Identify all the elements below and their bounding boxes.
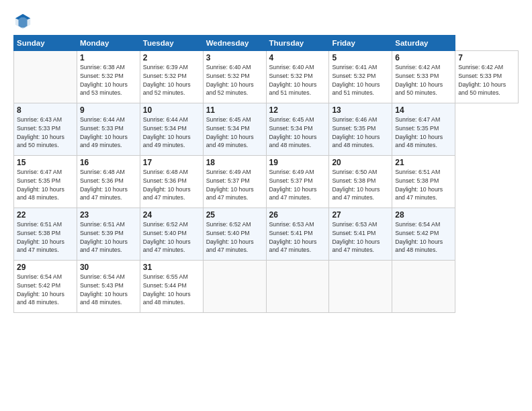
day-number: 30 bbox=[80, 263, 137, 272]
day-number: 3 bbox=[206, 53, 263, 62]
day-number: 16 bbox=[80, 158, 137, 167]
calendar-cell: 15Sunrise: 6:47 AMSunset: 5:35 PMDayligh… bbox=[14, 156, 77, 208]
day-number: 12 bbox=[269, 105, 326, 115]
day-number: 7 bbox=[458, 53, 515, 62]
calendar-cell: 4Sunrise: 6:40 AMSunset: 5:32 PMDaylight… bbox=[266, 51, 329, 103]
header-cell-monday: Monday bbox=[77, 36, 140, 51]
calendar-cell: 10Sunrise: 6:44 AMSunset: 5:34 PMDayligh… bbox=[140, 103, 203, 156]
day-detail: Sunrise: 6:47 AMSunset: 5:35 PMDaylight:… bbox=[17, 169, 64, 201]
day-number: 4 bbox=[269, 53, 326, 62]
day-detail: Sunrise: 6:38 AMSunset: 5:32 PMDaylight:… bbox=[80, 64, 128, 96]
calendar-cell: 2Sunrise: 6:39 AMSunset: 5:32 PMDaylight… bbox=[140, 51, 203, 103]
calendar-cell: 16Sunrise: 6:48 AMSunset: 5:36 PMDayligh… bbox=[77, 156, 140, 208]
day-detail: Sunrise: 6:48 AMSunset: 5:36 PMDaylight:… bbox=[80, 169, 128, 201]
day-detail: Sunrise: 6:53 AMSunset: 5:41 PMDaylight:… bbox=[269, 221, 317, 253]
week-row-3: 22Sunrise: 6:51 AMSunset: 5:38 PMDayligh… bbox=[14, 208, 519, 261]
calendar-cell bbox=[329, 261, 392, 313]
header-cell-tuesday: Tuesday bbox=[140, 36, 203, 51]
day-number: 14 bbox=[395, 105, 452, 115]
day-detail: Sunrise: 6:54 AMSunset: 5:43 PMDaylight:… bbox=[80, 273, 128, 306]
day-detail: Sunrise: 6:42 AMSunset: 5:33 PMDaylight:… bbox=[458, 64, 506, 96]
calendar-cell: 22Sunrise: 6:51 AMSunset: 5:38 PMDayligh… bbox=[14, 208, 77, 261]
calendar-cell bbox=[14, 51, 77, 103]
day-number: 8 bbox=[17, 105, 74, 115]
day-number: 5 bbox=[332, 53, 389, 62]
header-row: SundayMondayTuesdayWednesdayThursdayFrid… bbox=[14, 36, 519, 51]
day-detail: Sunrise: 6:44 AMSunset: 5:33 PMDaylight:… bbox=[80, 116, 128, 148]
calendar-cell: 25Sunrise: 6:52 AMSunset: 5:40 PMDayligh… bbox=[203, 208, 266, 261]
day-detail: Sunrise: 6:44 AMSunset: 5:34 PMDaylight:… bbox=[143, 116, 191, 148]
day-detail: Sunrise: 6:49 AMSunset: 5:37 PMDaylight:… bbox=[269, 169, 317, 201]
calendar-cell: 13Sunrise: 6:46 AMSunset: 5:35 PMDayligh… bbox=[329, 103, 392, 156]
calendar-cell: 7Sunrise: 6:42 AMSunset: 5:33 PMDaylight… bbox=[455, 51, 519, 103]
day-detail: Sunrise: 6:40 AMSunset: 5:32 PMDaylight:… bbox=[269, 64, 317, 96]
day-detail: Sunrise: 6:45 AMSunset: 5:34 PMDaylight:… bbox=[206, 116, 254, 148]
day-number: 24 bbox=[143, 210, 200, 220]
logo bbox=[13, 12, 35, 31]
day-number: 21 bbox=[395, 158, 452, 167]
calendar-cell: 9Sunrise: 6:44 AMSunset: 5:33 PMDaylight… bbox=[77, 103, 140, 156]
day-detail: Sunrise: 6:50 AMSunset: 5:38 PMDaylight:… bbox=[332, 169, 380, 201]
calendar-cell: 30Sunrise: 6:54 AMSunset: 5:43 PMDayligh… bbox=[77, 261, 140, 313]
day-number: 17 bbox=[143, 158, 200, 167]
day-detail: Sunrise: 6:42 AMSunset: 5:33 PMDaylight:… bbox=[395, 64, 443, 96]
calendar-cell: 31Sunrise: 6:55 AMSunset: 5:44 PMDayligh… bbox=[140, 261, 203, 313]
header-cell-thursday: Thursday bbox=[266, 36, 329, 51]
calendar-cell: 17Sunrise: 6:48 AMSunset: 5:36 PMDayligh… bbox=[140, 156, 203, 208]
day-detail: Sunrise: 6:54 AMSunset: 5:42 PMDaylight:… bbox=[395, 221, 443, 253]
calendar-cell: 3Sunrise: 6:40 AMSunset: 5:32 PMDaylight… bbox=[203, 51, 266, 103]
day-number: 6 bbox=[395, 53, 452, 62]
calendar-header: SundayMondayTuesdayWednesdayThursdayFrid… bbox=[14, 36, 519, 51]
calendar-cell bbox=[266, 261, 329, 313]
calendar-cell: 14Sunrise: 6:47 AMSunset: 5:35 PMDayligh… bbox=[392, 103, 455, 156]
calendar-cell: 21Sunrise: 6:51 AMSunset: 5:38 PMDayligh… bbox=[392, 156, 455, 208]
calendar-cell: 19Sunrise: 6:49 AMSunset: 5:37 PMDayligh… bbox=[266, 156, 329, 208]
day-number: 27 bbox=[332, 210, 389, 220]
calendar-cell: 26Sunrise: 6:53 AMSunset: 5:41 PMDayligh… bbox=[266, 208, 329, 261]
calendar-cell: 11Sunrise: 6:45 AMSunset: 5:34 PMDayligh… bbox=[203, 103, 266, 156]
day-number: 25 bbox=[206, 210, 263, 220]
day-number: 18 bbox=[206, 158, 263, 167]
day-number: 13 bbox=[332, 105, 389, 115]
day-number: 9 bbox=[80, 105, 137, 115]
day-detail: Sunrise: 6:51 AMSunset: 5:38 PMDaylight:… bbox=[17, 221, 64, 253]
day-number: 26 bbox=[269, 210, 326, 220]
calendar-cell: 1Sunrise: 6:38 AMSunset: 5:32 PMDaylight… bbox=[77, 51, 140, 103]
calendar-cell: 5Sunrise: 6:41 AMSunset: 5:32 PMDaylight… bbox=[329, 51, 392, 103]
day-number: 15 bbox=[17, 158, 74, 167]
day-detail: Sunrise: 6:41 AMSunset: 5:32 PMDaylight:… bbox=[332, 64, 380, 96]
week-row-2: 15Sunrise: 6:47 AMSunset: 5:35 PMDayligh… bbox=[14, 156, 519, 208]
day-detail: Sunrise: 6:47 AMSunset: 5:35 PMDaylight:… bbox=[395, 116, 443, 148]
day-number: 28 bbox=[395, 210, 452, 220]
calendar-cell: 6Sunrise: 6:42 AMSunset: 5:33 PMDaylight… bbox=[392, 51, 455, 103]
day-detail: Sunrise: 6:39 AMSunset: 5:32 PMDaylight:… bbox=[143, 64, 191, 96]
header-cell-sunday: Sunday bbox=[14, 36, 77, 51]
calendar-cell: 29Sunrise: 6:54 AMSunset: 5:42 PMDayligh… bbox=[14, 261, 77, 313]
calendar-cell: 12Sunrise: 6:45 AMSunset: 5:34 PMDayligh… bbox=[266, 103, 329, 156]
logo-icon bbox=[13, 12, 32, 31]
day-number: 20 bbox=[332, 158, 389, 167]
calendar-cell bbox=[392, 261, 455, 313]
calendar-body: 1Sunrise: 6:38 AMSunset: 5:32 PMDaylight… bbox=[14, 51, 519, 313]
week-row-0: 1Sunrise: 6:38 AMSunset: 5:32 PMDaylight… bbox=[14, 51, 519, 103]
day-number: 29 bbox=[17, 263, 74, 272]
calendar-cell: 28Sunrise: 6:54 AMSunset: 5:42 PMDayligh… bbox=[392, 208, 455, 261]
day-number: 22 bbox=[17, 210, 74, 220]
day-detail: Sunrise: 6:53 AMSunset: 5:41 PMDaylight:… bbox=[332, 221, 380, 253]
day-detail: Sunrise: 6:55 AMSunset: 5:44 PMDaylight:… bbox=[143, 273, 191, 306]
calendar-cell: 27Sunrise: 6:53 AMSunset: 5:41 PMDayligh… bbox=[329, 208, 392, 261]
day-number: 2 bbox=[143, 53, 200, 62]
day-number: 23 bbox=[80, 210, 137, 220]
calendar-cell bbox=[203, 261, 266, 313]
page: SundayMondayTuesdayWednesdayThursdayFrid… bbox=[0, 0, 532, 411]
day-detail: Sunrise: 6:46 AMSunset: 5:35 PMDaylight:… bbox=[332, 116, 380, 148]
day-number: 1 bbox=[80, 53, 137, 62]
day-number: 19 bbox=[269, 158, 326, 167]
day-detail: Sunrise: 6:51 AMSunset: 5:39 PMDaylight:… bbox=[80, 221, 128, 253]
day-detail: Sunrise: 6:54 AMSunset: 5:42 PMDaylight:… bbox=[17, 273, 64, 306]
day-detail: Sunrise: 6:49 AMSunset: 5:37 PMDaylight:… bbox=[206, 169, 254, 201]
header-cell-saturday: Saturday bbox=[392, 36, 455, 51]
calendar-cell: 18Sunrise: 6:49 AMSunset: 5:37 PMDayligh… bbox=[203, 156, 266, 208]
day-detail: Sunrise: 6:40 AMSunset: 5:32 PMDaylight:… bbox=[206, 64, 254, 96]
day-number: 11 bbox=[206, 105, 263, 115]
